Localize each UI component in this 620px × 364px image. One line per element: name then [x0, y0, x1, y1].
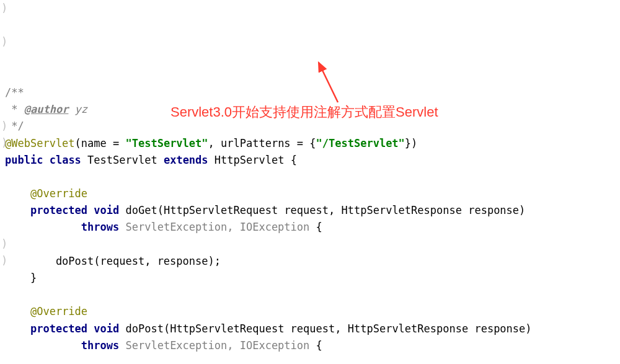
- keyword-public: public: [5, 154, 43, 166]
- keyword-throws: throws: [81, 339, 119, 352]
- webservlet-annotation: @WebServlet: [5, 137, 75, 149]
- close-brace: }: [5, 272, 37, 284]
- method-body: doPost(request, response);: [5, 255, 221, 267]
- doc-author-name: yz: [68, 103, 87, 115]
- gutter-collapse-mark: ): [1, 0, 7, 17]
- method-doget: doGet(HttpServletRequest request, HttpSe…: [119, 204, 525, 216]
- gutter-collapse-mark: ): [1, 33, 7, 50]
- keyword-protected: protected: [30, 204, 87, 216]
- doc-author-tag: @author: [24, 103, 69, 115]
- string-literal: "TestServlet": [125, 137, 208, 149]
- string-literal: "/TestServlet": [316, 137, 405, 149]
- keyword-extends: extends: [164, 154, 208, 166]
- keyword-throws: throws: [81, 221, 119, 233]
- class-name: TestServlet: [81, 154, 164, 166]
- doc-comment-star: *: [5, 103, 24, 115]
- gutter-collapse-mark: ): [1, 252, 7, 269]
- override-annotation: @Override: [30, 305, 87, 317]
- gutter-collapse-mark: ): [1, 118, 7, 135]
- exception-types: ServletException, IOException: [119, 221, 309, 233]
- code-text: (name =: [75, 137, 126, 149]
- override-annotation: @Override: [30, 187, 87, 200]
- annotation-callout: Servlet3.0开始支持使用注解方式配置Servlet: [170, 101, 438, 123]
- gutter-collapse-mark: ): [1, 236, 7, 252]
- keyword-class: class: [50, 154, 81, 166]
- keyword-void: void: [94, 204, 119, 216]
- doc-comment-close: */: [5, 120, 24, 132]
- gutter-collapse-mark: ): [1, 135, 7, 151]
- method-dopost: doPost(HttpServletRequest request, HttpS…: [119, 322, 531, 335]
- doc-comment-open: /**: [5, 86, 24, 99]
- keyword-protected: protected: [30, 322, 87, 335]
- code-text: , urlPatterns = {: [208, 137, 316, 149]
- brace: {: [309, 339, 322, 352]
- parent-class: HttpServlet {: [208, 154, 297, 166]
- brace: {: [309, 221, 322, 233]
- code-text: }): [405, 137, 417, 149]
- keyword-void: void: [94, 322, 119, 335]
- exception-types: ServletException, IOException: [119, 339, 309, 352]
